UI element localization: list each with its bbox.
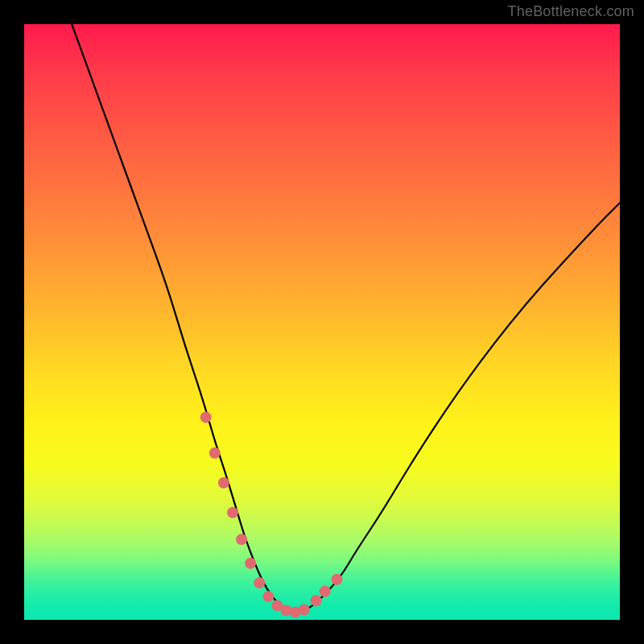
highlight-dot bbox=[299, 604, 310, 615]
highlight-dot bbox=[262, 591, 274, 602]
highlight-dot-group bbox=[200, 411, 343, 617]
plot-area bbox=[24, 24, 620, 620]
highlight-dot bbox=[254, 577, 265, 588]
watermark-text: TheBottleneck.com bbox=[508, 3, 634, 20]
highlight-dot bbox=[200, 411, 212, 423]
highlight-dot bbox=[320, 586, 331, 597]
highlight-dot bbox=[236, 534, 247, 545]
bottleneck-curve-path bbox=[72, 24, 620, 612]
highlight-dot bbox=[218, 477, 229, 489]
highlight-dot bbox=[332, 574, 343, 585]
curve-layer bbox=[24, 24, 620, 620]
highlight-dot bbox=[227, 507, 238, 518]
highlight-dot bbox=[311, 595, 322, 606]
chart-stage: TheBottleneck.com bbox=[0, 0, 644, 644]
highlight-dot bbox=[245, 558, 256, 569]
highlight-dot bbox=[209, 448, 221, 459]
